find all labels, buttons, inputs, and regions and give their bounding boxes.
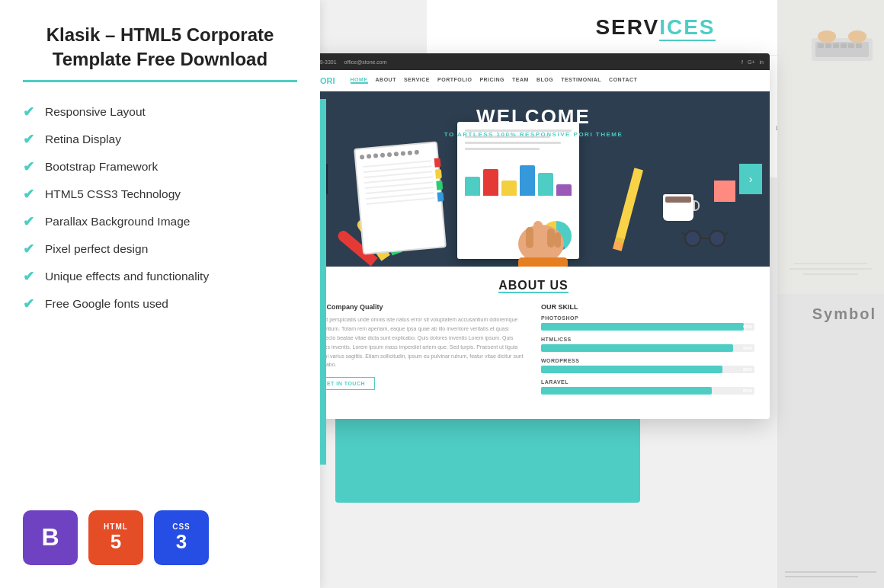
tech-badges: B HTML 5 CSS 3: [23, 495, 297, 565]
nav-item-pricing[interactable]: PRICING: [479, 77, 504, 84]
skill-label: LARAVEL: [541, 379, 754, 385]
skill-pct: 95%: [743, 323, 752, 331]
hero-title: WELCOME: [444, 105, 623, 129]
svg-point-41: [818, 30, 836, 43]
preview-hero: WELCOME TO ARTLESS 100% RESPONSIVE PORI …: [320, 91, 770, 267]
hero-subtitle: TO ARTLESS 100% RESPONSIVE PORI THEME: [444, 131, 623, 138]
svg-rect-40: [856, 43, 862, 48]
hero-next-button[interactable]: ›: [739, 164, 762, 194]
svg-rect-25: [555, 232, 561, 248]
notebook-spiral: [360, 147, 434, 161]
nav-item-portfolio[interactable]: PORTFOLIO: [437, 77, 472, 84]
badge-css3: CSS 3: [154, 510, 209, 565]
check-icon: ✔: [23, 241, 34, 257]
nav-item-contact[interactable]: CONTACT: [609, 77, 637, 84]
feature-label: Free Google fonts used: [45, 297, 168, 311]
badge-html5: HTML 5: [88, 510, 143, 565]
skill-pct: 85%: [743, 366, 752, 373]
topbar-email: office@stone.com: [344, 59, 387, 65]
check-icon: ✔: [23, 186, 34, 203]
check-icon: ✔: [23, 296, 34, 312]
badge-bootstrap: B: [23, 510, 78, 565]
social-t: in: [760, 59, 764, 65]
hero-glasses: [682, 228, 728, 248]
bootstrap-letter: B: [41, 524, 59, 551]
hero-brand: PORI: [574, 131, 594, 138]
svg-rect-24: [547, 228, 555, 248]
css3-num: 3: [176, 531, 187, 553]
title-block: Klasik – HTML5 Corporate Template Free D…: [23, 23, 297, 82]
skill-bar-bg: 80%: [541, 387, 754, 395]
check-icon: ✔: [23, 213, 34, 230]
feature-label: HTML5 CSS3 Technology: [45, 187, 181, 201]
doc-chart: [457, 161, 579, 200]
svg-rect-23: [526, 227, 533, 248]
skill-bar-fill: 95%: [541, 323, 744, 331]
svg-point-28: [685, 231, 700, 246]
nav-item-home[interactable]: HOME: [351, 77, 368, 84]
feature-label: Retina Display: [45, 133, 121, 146]
skill-wordpress: WORDPRESS 85%: [541, 358, 754, 373]
about-cta-button[interactable]: GET IN TOUCH: [320, 377, 375, 390]
svg-rect-37: [833, 43, 839, 48]
nav-item-team[interactable]: TEAM: [512, 77, 529, 84]
skill-photoshop: PHOTOSHOP 95%: [541, 315, 754, 331]
check-icon: ✔: [23, 158, 34, 175]
skill-bar-fill: 80%: [541, 387, 712, 395]
feature-item: ✔ Free Google fonts used: [23, 296, 297, 312]
thumbnail-card-1: [777, 0, 884, 294]
about-text: Sed ut perspiciatis unde omnis iste natu…: [320, 315, 526, 369]
svg-rect-39: [848, 43, 854, 48]
skill-bar-fill: 90%: [541, 344, 733, 352]
skill-bar-bg: 85%: [541, 366, 754, 373]
skill-htmlcss: HTML/CSS 90%: [541, 337, 754, 352]
check-icon: ✔: [23, 268, 34, 285]
hero-pencil: [613, 168, 643, 251]
feature-label: Unique effects and functionality: [45, 270, 209, 283]
skill-label: PHOTOSHOP: [541, 315, 754, 321]
feature-label: Responsive Layout: [45, 105, 146, 119]
nav-item-blog[interactable]: BLOG: [536, 77, 553, 84]
skill-bar-bg: 90%: [541, 344, 754, 352]
feature-item: ✔ Responsive Layout: [23, 104, 297, 120]
feature-item: ✔ Unique effects and functionality: [23, 268, 297, 285]
svg-rect-35: [818, 43, 824, 48]
svg-rect-38: [841, 43, 847, 48]
svg-line-32: [725, 232, 728, 235]
hero-coffee: [663, 194, 693, 221]
preview-about: ABOUT US Our Company Quality Sed ut pers…: [320, 267, 770, 419]
skill-bar-bg: 95%: [541, 323, 754, 331]
right-thumbnails: Symbol: [777, 0, 884, 588]
about-title: ABOUT US: [320, 279, 754, 292]
feature-item: ✔ HTML5 CSS3 Technology: [23, 186, 297, 203]
about-left-col: Our Company Quality Sed ut perspiciatis …: [320, 303, 526, 401]
hero-content: WELCOME TO ARTLESS 100% RESPONSIVE PORI …: [444, 105, 623, 138]
website-preview: 305-449-3301 office@stone.com f G+ in ρ …: [320, 53, 770, 419]
svg-line-31: [682, 232, 685, 235]
hero-notebook: [354, 141, 447, 254]
about-columns: Our Company Quality Sed ut perspiciatis …: [320, 303, 754, 401]
services-title-highlight: ICES: [659, 15, 715, 41]
skill-label: HTML/CSS: [541, 337, 754, 342]
svg-rect-27: [518, 257, 568, 267]
svg-rect-22: [533, 221, 543, 248]
nav-item-about[interactable]: ABOUT: [376, 77, 396, 84]
right-panel: SERVICES GRAPHICS Lorem ipsum dolor sit …: [320, 0, 884, 588]
html5-num: 5: [110, 531, 121, 553]
feature-label: Pixel perfect design: [45, 242, 148, 256]
topbar-left: 305-449-3301 office@stone.com: [320, 59, 732, 65]
thumbnail-card-2: Symbol: [777, 294, 884, 588]
nav-item-testimonial[interactable]: TESTIMONIAL: [561, 77, 601, 84]
page-title: Klasik – HTML5 Corporate Template Free D…: [23, 23, 297, 82]
hero-sticky-note: [714, 181, 735, 202]
preview-topbar: 305-449-3301 office@stone.com f G+ in: [320, 53, 770, 70]
nav-item-service[interactable]: SERVICE: [404, 77, 430, 84]
preview-navbar: ρ PORI HOME ABOUT SERVICE PORTFOLIO PRIC…: [320, 70, 770, 91]
check-icon: ✔: [23, 131, 34, 148]
skill-pct: 90%: [743, 344, 752, 352]
services-title-plain: SERV: [595, 15, 659, 39]
about-right-col: OUR SKILL PHOTOSHOP 95% HTML/CSS: [541, 303, 754, 401]
feature-label: Bootstrap Framework: [45, 160, 158, 174]
preview-nav-items: HOME ABOUT SERVICE PORTFOLIO PRICING TEA…: [351, 77, 638, 84]
skill-label: WORDPRESS: [541, 358, 754, 363]
